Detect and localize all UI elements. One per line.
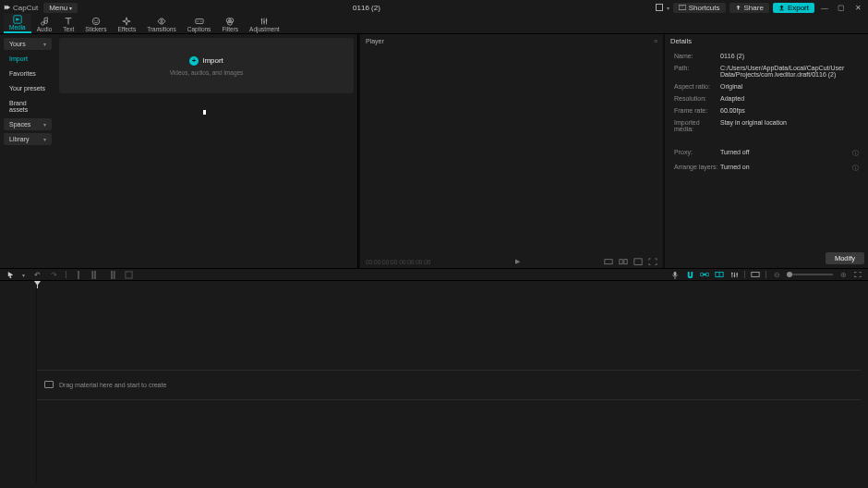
export-button[interactable]: Export	[773, 3, 814, 13]
sidebar-import[interactable]: Import	[4, 53, 52, 65]
media-icon	[13, 15, 22, 24]
d-res-value: Adapted	[720, 95, 859, 102]
mouse-cursor	[203, 110, 206, 115]
info-icon[interactable]: ⓘ	[852, 149, 859, 158]
info-icon[interactable]: ⓘ	[852, 164, 859, 173]
tab-filters[interactable]: Filters	[216, 16, 244, 33]
share-button[interactable]: Share	[729, 3, 769, 13]
menu-button[interactable]: Menu▾	[43, 3, 78, 13]
split-icon[interactable]	[74, 270, 83, 279]
tool-chevron-icon[interactable]: ▾	[22, 272, 25, 278]
pointer-tool-icon[interactable]	[6, 270, 15, 279]
sidebar-brand[interactable]: Brand assets	[4, 97, 52, 116]
crop-icon[interactable]	[124, 270, 133, 279]
export-icon	[778, 5, 785, 11]
magnet-icon[interactable]	[685, 270, 694, 279]
tab-effects[interactable]: Effects	[112, 16, 141, 33]
svg-point-33	[730, 272, 732, 274]
fit-icon[interactable]: ⛶	[853, 270, 862, 279]
svg-point-1	[680, 6, 681, 6]
sidebar-presets[interactable]: Your presets	[4, 82, 52, 94]
preview-axis-icon[interactable]	[715, 270, 724, 279]
mic-icon[interactable]	[670, 270, 680, 279]
play-button[interactable]: ▶	[515, 258, 520, 265]
captions-icon	[195, 17, 204, 26]
tab-media[interactable]: Media	[4, 14, 31, 33]
cover-icon[interactable]	[751, 270, 760, 279]
minimize-button[interactable]: —	[818, 1, 831, 14]
stickers-icon	[91, 17, 101, 26]
media-sidebar: Yours▾ Import Favorites Your presets Bra…	[0, 34, 55, 268]
scale-icon[interactable]	[633, 258, 643, 265]
svg-point-16	[266, 19, 268, 21]
zoom-slider[interactable]	[787, 274, 833, 275]
svg-rect-25	[114, 271, 115, 279]
timeline-drop-hint: Drag material here and start to create	[44, 381, 166, 388]
tool-tabs: Media Audio Text Stickers Effects Transi…	[0, 15, 868, 34]
sidebar-spaces[interactable]: Spaces▾	[4, 118, 52, 130]
compare-icon[interactable]	[619, 258, 628, 265]
timeline-ruler[interactable]	[0, 281, 868, 288]
tab-audio[interactable]: Audio	[31, 16, 58, 33]
tab-adjustment[interactable]: Adjustment	[244, 16, 285, 33]
clip-icon	[44, 381, 54, 388]
redo-icon[interactable]: ↷	[49, 270, 58, 279]
d-imported-value: Stay in original location	[720, 119, 859, 132]
svg-rect-22	[91, 271, 93, 279]
ratio-icon[interactable]	[604, 258, 613, 265]
delete-right-icon[interactable]	[107, 270, 116, 279]
d-proxy-label: Proxy:	[674, 149, 720, 158]
tab-transitions[interactable]: Transitions	[141, 16, 182, 33]
sidebar-favorites[interactable]: Favorites	[4, 67, 52, 79]
tab-text[interactable]: Text	[57, 16, 79, 33]
d-aspect-value: Original	[720, 83, 859, 90]
filters-icon	[225, 17, 235, 26]
d-layers-value: Turned on	[720, 164, 852, 173]
text-icon	[64, 17, 73, 26]
undo-icon[interactable]: ↶	[32, 270, 42, 279]
chevron-down-icon: ▾	[43, 121, 46, 128]
shortcuts-button[interactable]: Shortcuts	[673, 3, 726, 13]
d-fps-label: Frame rate:	[674, 107, 720, 114]
delete-left-icon[interactable]	[90, 270, 100, 279]
svg-point-35	[736, 273, 738, 274]
import-dropzone[interactable]: + Import Videos, audios, and images	[59, 38, 354, 93]
d-layers-label: Arrange layers:	[674, 164, 720, 173]
timeline-panel: Drag material here and start to create	[0, 281, 868, 488]
player-timecode: 00:00:00:00 00:00:00:00	[366, 259, 430, 265]
playhead[interactable]	[37, 281, 38, 288]
timeline-tracks[interactable]: Drag material here and start to create	[0, 288, 868, 482]
maximize-button[interactable]: ▢	[835, 1, 848, 14]
modify-button[interactable]: Modify	[826, 252, 864, 264]
project-title: 0116 (2)	[78, 4, 656, 12]
track-adjust-icon[interactable]	[729, 270, 739, 279]
layout-chevron-icon[interactable]: ▾	[667, 5, 669, 11]
d-proxy-value: Turned off	[720, 149, 852, 158]
d-path-label: Path:	[674, 65, 720, 78]
import-label: Import	[202, 56, 223, 65]
media-panel: Yours▾ Import Favorites Your presets Bra…	[0, 34, 358, 268]
tab-captions[interactable]: Captions	[182, 16, 217, 33]
svg-point-7	[92, 18, 100, 25]
sidebar-yours[interactable]: Yours▾	[4, 38, 52, 50]
link-icon[interactable]	[700, 270, 709, 279]
svg-point-3	[682, 6, 683, 6]
tab-stickers[interactable]: Stickers	[79, 16, 112, 33]
player-title: Player	[366, 38, 384, 44]
svg-rect-17	[605, 260, 612, 264]
audio-icon	[40, 17, 49, 26]
transitions-icon	[157, 17, 166, 26]
player-viewport[interactable]	[360, 47, 663, 255]
fullscreen-icon[interactable]	[648, 258, 657, 265]
layout-icon[interactable]	[656, 4, 663, 11]
svg-rect-27	[674, 271, 677, 275]
chevron-down-icon: ▾	[43, 41, 46, 47]
zoom-in-icon[interactable]: ⊕	[838, 270, 848, 279]
player-menu-icon[interactable]: ≡	[654, 38, 657, 44]
svg-point-8	[94, 20, 95, 21]
close-button[interactable]: ✕	[851, 1, 864, 14]
zoom-out-icon[interactable]: ⊖	[772, 270, 781, 279]
sidebar-library[interactable]: Library▾	[4, 133, 52, 145]
track-gutter	[0, 288, 37, 482]
d-aspect-label: Aspect ratio:	[674, 83, 720, 90]
